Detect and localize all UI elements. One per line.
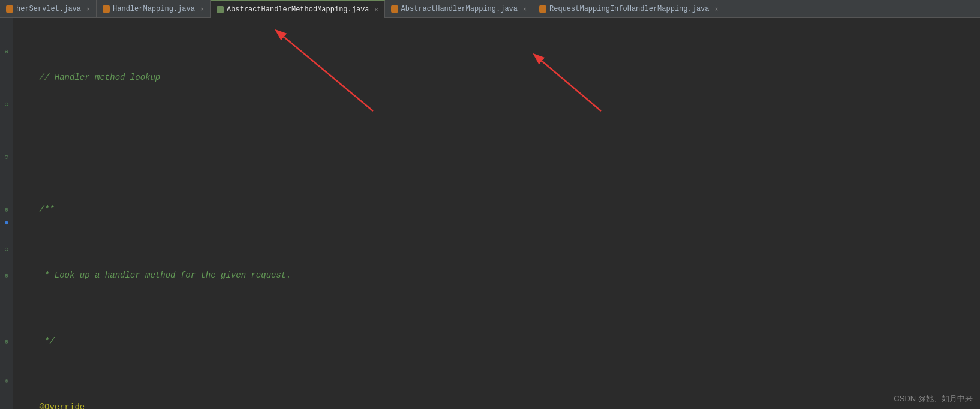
- side-marker-6: [0, 84, 13, 97]
- code-line-override: @Override: [13, 401, 980, 409]
- side-marker-15: ⊖: [0, 203, 13, 216]
- javadoc-close: */: [19, 335, 55, 348]
- code-line-javadoc-close: */: [13, 335, 980, 348]
- side-marker-13: [0, 176, 13, 190]
- code-line-javadoc-open: /**: [13, 203, 980, 216]
- code-line-blank1: [13, 137, 980, 150]
- side-marker-14: [0, 190, 13, 203]
- close-icon[interactable]: ✕: [523, 5, 527, 13]
- side-marker-27: [0, 361, 13, 374]
- tab-label: RequestMappingInfoHandlerMapping.java: [549, 5, 709, 13]
- side-marker-9: [0, 124, 13, 137]
- side-marker-5: [0, 71, 13, 84]
- side-marker-28: ⊕: [0, 374, 13, 387]
- side-marker-12: [0, 163, 13, 176]
- side-gutter: ⊖ ⊖ ⊖ ⊖ ● ⊖ ⊖ ⊖ ⊕: [0, 18, 13, 409]
- side-marker-11: ⊖: [0, 150, 13, 163]
- side-marker-21: [0, 282, 13, 295]
- side-marker-8: [0, 110, 13, 124]
- tab-label: AbstractHandlerMapping.java: [401, 5, 518, 13]
- side-marker-3: ⊖: [0, 44, 13, 58]
- tab-bar: herServlet.java ✕ HandlerMapping.java ✕ …: [0, 0, 980, 18]
- annotation-override: @Override: [19, 401, 85, 409]
- tab-label: HandlerMapping.java: [113, 5, 195, 13]
- side-marker-10: [0, 137, 13, 150]
- comment-handler-lookup: // Handler method lookup: [19, 71, 160, 84]
- close-icon[interactable]: ✕: [375, 6, 378, 13]
- side-marker-18: ⊖: [0, 242, 13, 255]
- side-marker-4: [0, 58, 13, 71]
- tab-icon: [6, 5, 13, 13]
- tab-icon: [391, 5, 398, 13]
- watermark: CSDN @她、如月中来: [894, 393, 973, 404]
- code-line-javadoc-desc: * Look up a handler method for the given…: [13, 269, 980, 282]
- side-marker-24: [0, 321, 13, 335]
- tab-handlermapping[interactable]: HandlerMapping.java ✕: [97, 0, 211, 18]
- side-marker-7: ⊖: [0, 97, 13, 110]
- tab-icon: [539, 5, 546, 13]
- app-container: herServlet.java ✕ HandlerMapping.java ✕ …: [0, 0, 980, 409]
- close-icon[interactable]: ✕: [200, 5, 204, 13]
- code-content: // Handler method lookup /** * Look up a…: [13, 18, 980, 409]
- side-marker-19: [0, 255, 13, 269]
- side-marker-2: [0, 31, 13, 44]
- side-marker-25: ⊖: [0, 335, 13, 348]
- side-marker-17: [0, 229, 13, 242]
- tab-abstracthandlermethodmapping[interactable]: AbstractHandlerMethodMapping.java ✕: [211, 0, 385, 18]
- main-layout: ⊖ ⊖ ⊖ ⊖ ● ⊖ ⊖ ⊖ ⊕: [0, 18, 980, 409]
- side-marker-26: [0, 348, 13, 361]
- javadoc-open: /**: [19, 203, 55, 216]
- side-marker-1: [0, 18, 13, 31]
- javadoc-desc: * Look up a handler method for the given…: [19, 269, 291, 282]
- tab-icon: [217, 6, 224, 13]
- tab-icon: [103, 5, 110, 13]
- tab-requestmappinginfo[interactable]: RequestMappingInfoHandlerMapping.java ✕: [533, 0, 725, 18]
- side-marker-16: ●: [0, 216, 13, 229]
- side-marker-23: [0, 308, 13, 321]
- code-line-comment: // Handler method lookup: [13, 71, 980, 84]
- close-icon[interactable]: ✕: [715, 5, 719, 13]
- tab-label: herServlet.java: [16, 5, 81, 13]
- tab-label: AbstractHandlerMethodMapping.java: [227, 5, 369, 14]
- side-marker-20: ⊖: [0, 269, 13, 282]
- code-area: // Handler method lookup /** * Look up a…: [13, 18, 980, 409]
- tab-herservlet[interactable]: herServlet.java ✕: [0, 0, 97, 18]
- close-icon[interactable]: ✕: [86, 5, 90, 13]
- side-marker-22: [0, 295, 13, 308]
- tab-abstracthandlermapping[interactable]: AbstractHandlerMapping.java ✕: [385, 0, 533, 18]
